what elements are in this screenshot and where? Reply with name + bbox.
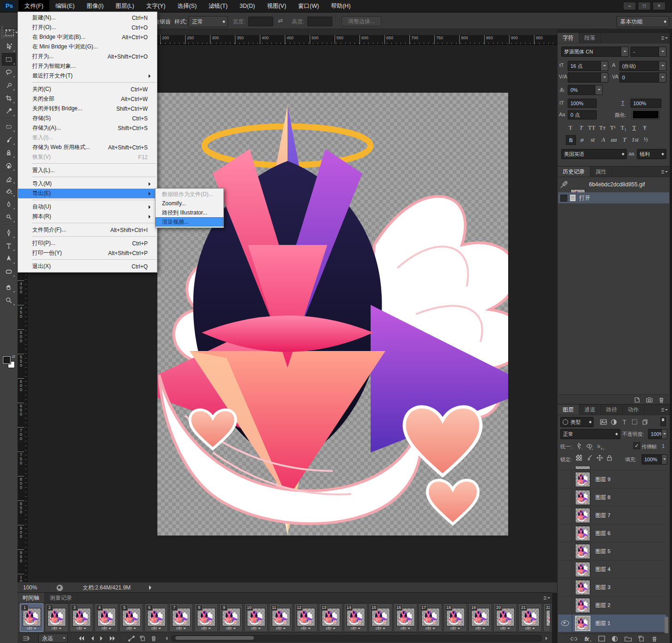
history-state-checkbox[interactable] — [560, 195, 567, 202]
export-menu-item[interactable]: 渲染视频... — [156, 217, 223, 226]
delete-layer-icon[interactable] — [651, 636, 658, 642]
propagate-checkbox[interactable]: ✓ — [633, 442, 640, 449]
layer-row[interactable]: 图层 9 — [558, 470, 666, 488]
style-select[interactable]: 正常 — [188, 16, 228, 27]
new-group-icon[interactable] — [624, 636, 632, 642]
new-snapshot-icon[interactable] — [646, 397, 653, 403]
file-menu-item[interactable]: 关闭并转到 Bridge... Shift+Ctrl+W — [18, 104, 157, 113]
layer-row[interactable]: 图层 7 — [558, 506, 666, 524]
path-selection-tool[interactable] — [2, 252, 16, 265]
panel-menu-icon[interactable] — [544, 596, 550, 600]
file-menu-item[interactable] — [32, 236, 156, 237]
blend-mode-select[interactable]: 正常 — [560, 429, 620, 439]
width-input[interactable] — [248, 17, 273, 26]
panel-tab[interactable]: 图层 — [558, 405, 579, 415]
unify-style-icon[interactable]: fx — [597, 443, 605, 450]
frame-delay-select[interactable]: 0秒 — [394, 626, 417, 631]
zoom-level-field[interactable]: 100% — [23, 584, 43, 591]
file-menu-item[interactable] — [32, 163, 156, 164]
file-menu-item[interactable]: 自动(U) — [18, 202, 157, 212]
file-menu-item[interactable]: 文件简介(F)... Alt+Shift+Ctrl+I — [18, 225, 157, 235]
window-control-button[interactable]: × — [653, 2, 666, 10]
lock-all-icon[interactable] — [606, 454, 612, 461]
frame-delay-select[interactable]: 0秒 — [544, 626, 550, 631]
file-menu-item[interactable]: 打开为... Alt+Shift+Ctrl+O — [18, 52, 157, 61]
export-menu-item[interactable]: 路径到 Illustrator... — [156, 208, 223, 217]
fill-select[interactable]: 100% — [642, 454, 667, 464]
timeline-frame[interactable]: 6 0秒 — [144, 603, 168, 632]
file-menu-item[interactable]: 恢复(V) F12 — [18, 152, 157, 162]
document-canvas[interactable] — [157, 93, 508, 536]
layer-thumbnail[interactable] — [575, 544, 590, 559]
next-frame-button[interactable] — [108, 634, 119, 643]
history-brush-source-icon[interactable] — [560, 180, 568, 189]
unify-position-icon[interactable] — [576, 442, 583, 449]
timeline-frame[interactable]: 10 0秒 — [244, 603, 268, 632]
loop-count-select[interactable]: 永远 — [38, 634, 68, 643]
lock-transparency-icon[interactable] — [576, 455, 582, 461]
file-menu-item[interactable]: 打开(O)... Ctrl+O — [18, 23, 157, 32]
timeline-tab[interactable]: 测量记录 — [45, 593, 78, 603]
font-style-button[interactable]: TT — [587, 123, 596, 132]
dodge-tool[interactable] — [2, 211, 16, 223]
layer-thumbnail[interactable] — [575, 526, 590, 541]
menu-item[interactable]: 滤镜(T) — [203, 0, 234, 12]
layers-scrollbar-thumb[interactable] — [665, 617, 668, 634]
refine-edge-button[interactable]: 调整边缘... — [342, 16, 381, 26]
file-menu-item[interactable] — [32, 223, 156, 223]
panel-tab[interactable]: 属性 — [590, 167, 612, 177]
scrollbar-thumb[interactable] — [175, 636, 254, 640]
link-layers-icon[interactable] — [570, 636, 578, 642]
frame-delay-select[interactable]: 0秒 — [145, 626, 168, 631]
frame-delay-select[interactable]: 0秒 — [195, 626, 217, 631]
visibility-toggle[interactable] — [558, 506, 572, 524]
paint-bucket-tool[interactable] — [2, 185, 16, 197]
opentype-button[interactable]: 1st — [630, 135, 640, 144]
previous-frame-button[interactable] — [86, 634, 97, 643]
lasso-tool[interactable] — [2, 66, 16, 78]
export-menu-item[interactable]: 数据组作为文件(D)... — [156, 190, 223, 199]
panel-tab[interactable]: 动作 — [623, 405, 644, 415]
font-style-button[interactable]: T — [630, 123, 639, 132]
language-select[interactable]: 美国英语 — [561, 149, 627, 159]
file-menu-item[interactable] — [32, 177, 156, 177]
new-layer-icon[interactable] — [638, 636, 645, 642]
layer-thumbnail[interactable] — [575, 508, 590, 523]
baseline-input[interactable]: 0 点 — [568, 110, 597, 119]
opentype-button[interactable]: fi — [566, 135, 576, 145]
file-menu-item[interactable]: 打印一份(Y) Alt+Shift+Ctrl+P — [18, 248, 157, 258]
panel-tab[interactable]: 段落 — [579, 33, 601, 43]
filter-smart-object-icon[interactable] — [642, 419, 648, 425]
font-size-select[interactable]: 16 点 — [568, 61, 608, 71]
file-menu-item[interactable]: 最近打开文件(T) — [18, 71, 157, 81]
eraser-tool[interactable] — [2, 172, 16, 185]
eyedropper-tool[interactable] — [2, 105, 16, 117]
panel-menu-icon[interactable] — [661, 408, 668, 411]
frame-delay-select[interactable]: 0秒 — [469, 626, 492, 631]
convert-timeline-icon[interactable] — [20, 634, 31, 643]
menu-item[interactable]: 文字(Y) — [140, 0, 172, 12]
clone-stamp-tool[interactable] — [2, 146, 16, 159]
export-menu-item[interactable]: Zoomify... — [156, 199, 223, 208]
scroll-left-arrow[interactable] — [164, 637, 168, 640]
swap-dimensions-icon[interactable]: ⇄ — [278, 17, 283, 24]
menu-item[interactable]: 文件(F) — [18, 0, 49, 12]
layer-thumbnail[interactable] — [575, 562, 590, 577]
layer-thumbnail[interactable] — [575, 616, 590, 631]
frame-delay-select[interactable]: 0秒 — [120, 626, 143, 631]
timeline-scrollbar[interactable] — [171, 635, 542, 642]
frame-delay-select[interactable]: 0秒 — [419, 626, 442, 631]
layer-row[interactable]: 图层 6 — [558, 524, 666, 542]
timeline-frame[interactable]: 3 0秒 — [70, 603, 93, 632]
timeline-frame[interactable]: 11 0秒 — [269, 603, 293, 632]
layer-row[interactable]: 图层 8 — [558, 488, 666, 506]
filter-adjustment-icon[interactable] — [611, 419, 617, 425]
height-input[interactable] — [307, 17, 332, 26]
file-menu-item[interactable]: 在 Bridge 中浏览(B)... Alt+Ctrl+O — [18, 32, 157, 42]
delete-icon[interactable] — [658, 397, 665, 403]
file-menu-item[interactable] — [32, 200, 156, 200]
tween-button[interactable] — [126, 634, 137, 643]
snapshot-name[interactable]: 6b4ebdc2dcd8d855.gif — [589, 181, 645, 188]
frame-delay-select[interactable]: 0秒 — [20, 626, 43, 631]
visibility-toggle[interactable] — [558, 470, 572, 488]
